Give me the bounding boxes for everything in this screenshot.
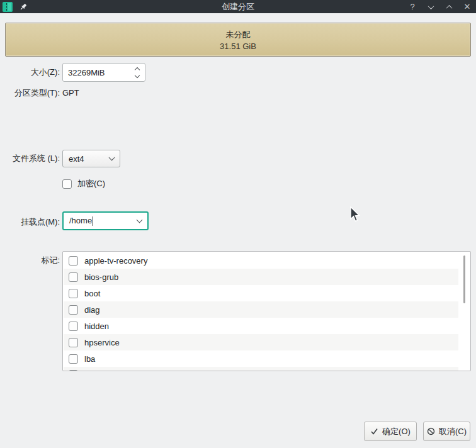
titlebar: 创建分区 ? ✕ xyxy=(0,0,476,13)
flag-checkbox[interactable] xyxy=(69,322,78,331)
pin-icon[interactable] xyxy=(19,3,28,11)
titlebar-left xyxy=(3,0,28,13)
flag-row[interactable]: hpservice xyxy=(64,334,458,350)
partition-manager-app-icon xyxy=(3,2,13,12)
filesystem-select[interactable]: ext4 xyxy=(62,150,120,167)
flag-row[interactable]: boot xyxy=(64,285,458,301)
flag-checkbox[interactable] xyxy=(69,370,78,371)
vertical-scrollbar[interactable] xyxy=(463,255,465,303)
spin-up-icon[interactable] xyxy=(135,67,140,72)
flag-checkbox[interactable] xyxy=(69,338,78,347)
encrypt-row[interactable]: 加密(C) xyxy=(62,178,105,189)
ok-button-label: 确定(O) xyxy=(382,426,411,437)
mount-point-value: /home xyxy=(69,216,92,225)
create-partition-dialog: 创建分区 ? ✕ 未分配 31.51 GiB 大小(Z): 32269MiB 分… xyxy=(0,0,476,448)
cancel-button-label: 取消(C) xyxy=(439,426,467,437)
size-value: 32269MiB xyxy=(63,68,105,77)
flags-list[interactable]: apple-tv-recovery bios-grub boot diag hi… xyxy=(62,251,471,371)
flag-row[interactable]: apple-tv-recovery xyxy=(64,252,458,269)
partition-preview[interactable]: 未分配 31.51 GiB xyxy=(5,23,471,57)
filesystem-label: 文件系统 (L): xyxy=(0,153,60,164)
flag-label: boot xyxy=(84,289,100,298)
flag-checkbox[interactable] xyxy=(69,305,78,315)
window-title: 创建分区 xyxy=(0,1,476,13)
flag-label: lba xyxy=(84,354,95,364)
cancel-icon xyxy=(427,427,435,435)
check-icon xyxy=(370,427,378,435)
flag-rows: apple-tv-recovery bios-grub boot diag hi… xyxy=(64,252,458,371)
help-icon[interactable]: ? xyxy=(407,0,417,13)
mount-point-combobox[interactable]: /home xyxy=(62,211,149,230)
spin-down-icon[interactable] xyxy=(135,72,140,77)
cancel-button[interactable]: 取消(C) xyxy=(423,422,470,441)
partition-size: 31.51 GiB xyxy=(220,42,256,51)
chevron-down-icon xyxy=(109,155,115,161)
chevron-up-icon[interactable] xyxy=(444,0,454,13)
partition-name: 未分配 xyxy=(226,29,251,40)
flag-label: diag xyxy=(84,305,100,315)
flags-label: 标记: xyxy=(0,255,60,266)
spinner-arrows[interactable] xyxy=(135,64,139,81)
partition-type-label: 分区类型(T): xyxy=(0,87,60,99)
flag-row[interactable]: bios-grub xyxy=(64,269,458,285)
flag-checkbox[interactable] xyxy=(69,272,78,282)
encrypt-label: 加密(C) xyxy=(77,178,105,189)
text-caret xyxy=(93,216,93,226)
ok-button[interactable]: 确定(O) xyxy=(364,422,417,441)
partition-type-value: GPT xyxy=(62,87,79,99)
flag-checkbox[interactable] xyxy=(69,256,78,266)
flag-label: hidden xyxy=(84,322,109,331)
flag-row[interactable]: diag xyxy=(64,301,458,318)
flag-checkbox[interactable] xyxy=(69,354,78,364)
chevron-down-icon[interactable] xyxy=(137,217,143,223)
chevron-down-icon[interactable] xyxy=(426,0,436,13)
flag-label: bios-grub xyxy=(84,272,118,282)
flag-row-partial[interactable] xyxy=(64,367,458,371)
mount-point-label: 挂载点(M): xyxy=(0,216,60,228)
titlebar-controls: ? ✕ xyxy=(407,0,472,13)
flag-checkbox[interactable] xyxy=(69,289,78,298)
encrypt-checkbox[interactable] xyxy=(62,179,72,189)
close-icon[interactable]: ✕ xyxy=(462,0,472,13)
filesystem-value: ext4 xyxy=(63,154,84,164)
size-label: 大小(Z): xyxy=(0,67,60,78)
flag-row[interactable]: lba xyxy=(64,350,458,367)
flag-label: hpservice xyxy=(84,338,120,347)
mouse-cursor xyxy=(350,206,361,223)
flag-label: apple-tv-recovery xyxy=(84,256,147,266)
flag-row[interactable]: hidden xyxy=(64,318,458,334)
size-spinbox[interactable]: 32269MiB xyxy=(62,63,145,82)
